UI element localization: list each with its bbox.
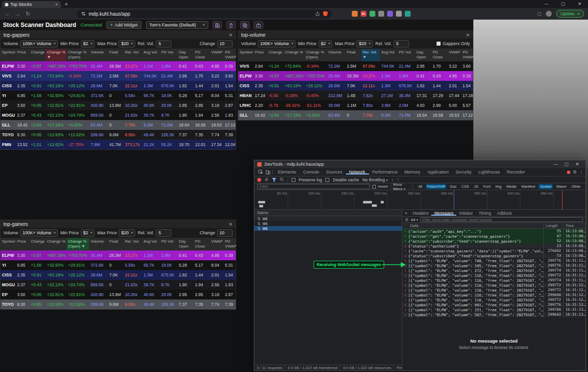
message-filter-input[interactable] xyxy=(420,217,583,222)
detail-tab-adblock[interactable]: Adblock xyxy=(494,211,514,216)
inspect-icon[interactable] xyxy=(258,170,263,174)
websocket-message-row[interactable]: ↓[{"symbol": "ELPW", "volume": 507, "fre… xyxy=(402,312,586,317)
devtools-tab-application[interactable]: Application xyxy=(424,170,452,174)
devtools-tab-elements[interactable]: Elements xyxy=(274,170,300,174)
table-row[interactable]: PMN13.52+1.51+12.62%-27.70%7.9M41.7M373.… xyxy=(0,140,236,149)
column-header[interactable]: Change % ▼ xyxy=(46,49,67,61)
filter-chip-fetch-xhr[interactable]: Fetch/XHR xyxy=(425,184,447,189)
extension-icon[interactable] xyxy=(396,11,402,17)
filter-volume-select[interactable]: 100K+ Volume▾ xyxy=(258,40,295,48)
table-row[interactable]: MOGU2.37+0.43+22.13%+24.74%859.5K021.63x… xyxy=(0,280,236,290)
throttling-select[interactable]: No throttling ▾ xyxy=(363,177,388,182)
table-row[interactable]: CISS2.35+0.91+63.19%+29.12%28.6M7.0K22.1… xyxy=(0,270,236,280)
column-header[interactable]: Day Open xyxy=(177,49,194,61)
back-icon[interactable]: ← xyxy=(4,11,11,17)
devtools-tab-sources[interactable]: Sources xyxy=(323,170,346,174)
table-row[interactable]: ELPW3.30+2.87+667.26%+703.70%25.4M28.3M2… xyxy=(0,250,236,260)
extension-icon[interactable] xyxy=(405,11,411,17)
gear-icon[interactable]: ⚙ xyxy=(573,170,577,174)
hamburger-menu-icon[interactable]: ≡ xyxy=(577,11,580,16)
panel-close-icon[interactable]: ✕ xyxy=(229,32,233,38)
websocket-message-row[interactable]: ↓[{"symbol": "ELPW", "volume": 110, "fre… xyxy=(402,293,586,298)
extension-icon[interactable] xyxy=(369,11,375,17)
websocket-message-row[interactable]: ↑{"action":"get","cache":"scannerstop_ga… xyxy=(402,234,586,239)
forward-icon[interactable]: → xyxy=(14,11,21,17)
tab-close-icon[interactable]: × xyxy=(55,2,58,7)
column-header[interactable]: PD Close xyxy=(194,49,210,61)
filter-max-price-select[interactable]: $20▾ xyxy=(119,229,135,237)
clear-log-icon[interactable]: ⊘ xyxy=(265,177,269,182)
devtools-close-button[interactable]: ✕ xyxy=(572,160,583,168)
table-row[interactable]: YI6.85+1.68+32.50%+29.81%372.6K05.58x66.… xyxy=(0,91,236,100)
column-header[interactable]: PD VWAP xyxy=(223,238,237,250)
detail-tab-headers[interactable]: Headers xyxy=(410,211,431,216)
filter-chip-doc[interactable]: Doc xyxy=(448,184,458,189)
invert-checkbox[interactable] xyxy=(372,185,376,189)
close-icon[interactable]: × xyxy=(402,211,410,216)
export-layout-button[interactable] xyxy=(254,21,263,29)
filter-chip-all[interactable]: All xyxy=(416,184,424,189)
table-row[interactable]: LRHC2.20-0.79-26.42%-51.11%30.0M1.1M7.80… xyxy=(238,100,473,110)
profile-avatar[interactable] xyxy=(546,11,552,17)
column-header[interactable]: Day Open xyxy=(177,238,194,250)
column-header[interactable]: Volume xyxy=(89,49,108,61)
column-header[interactable]: Symbol xyxy=(238,49,253,61)
filter-min-price-select[interactable]: $2▾ xyxy=(81,229,95,237)
table-row[interactable]: ELPW3.30+2.87+667.26%+703.70%25.4M28.3M2… xyxy=(0,61,236,71)
extension-icon[interactable] xyxy=(352,11,358,17)
filter-max-price-select[interactable]: $20▾ xyxy=(356,40,373,48)
tune-icon[interactable] xyxy=(81,11,86,16)
export-har-icon[interactable]: ↑ xyxy=(397,177,399,182)
filter-funnel-icon[interactable] xyxy=(272,178,276,182)
gappers-only-checkbox[interactable] xyxy=(437,42,441,46)
browser-tab[interactable]: Top Stocks × xyxy=(2,1,61,8)
update-button[interactable]: Update ≡ xyxy=(556,10,584,18)
search-icon[interactable] xyxy=(280,177,284,182)
filter-chip-socket[interactable]: Socket xyxy=(538,184,553,189)
column-header[interactable]: Symbol xyxy=(0,49,16,61)
devtools-titlebar[interactable]: DevTools - mdp.kuhl.haus/app — ▢ ✕ xyxy=(254,160,586,168)
column-header[interactable]: Change xyxy=(29,49,46,61)
request-row[interactable]: ⇅ws xyxy=(254,226,402,231)
websocket-message-row[interactable]: ↓[{"symbol": "ELPW", "volume": 110, "fre… xyxy=(402,288,586,293)
column-header[interactable]: Float xyxy=(345,49,361,61)
filter-rel-vol-input[interactable]: 5 xyxy=(156,229,172,237)
device-toolbar-icon[interactable] xyxy=(266,170,270,174)
filter-min-price-select[interactable]: $2▾ xyxy=(81,40,95,48)
brave-shield-icon[interactable] xyxy=(323,11,328,17)
column-header[interactable]: Volume xyxy=(89,238,108,250)
websocket-message-row[interactable]: ↓[{"symbol": "ELPW", "volume": 110, "fre… xyxy=(402,278,586,283)
filter-chip-font[interactable]: Font xyxy=(481,184,492,189)
column-header[interactable]: Price xyxy=(16,49,29,61)
websocket-message-row[interactable]: ↓[{"symbol": "ELPW", "volume": 110, "fre… xyxy=(402,283,586,288)
websocket-message-row[interactable]: ↓[{"symbol": "ELPW", "volume": 110, "fre… xyxy=(402,273,586,278)
websocket-message-row[interactable]: ↓[{"symbol": "ELPW", "volume": 110, "fre… xyxy=(402,298,586,302)
duplicate-layout-button[interactable] xyxy=(240,21,249,29)
table-row[interactable]: MOGU2.37+0.43+22.13%+24.74%859.5K021.63x… xyxy=(0,110,236,120)
column-header[interactable]: Change xyxy=(267,49,283,61)
devtools-tab-network[interactable]: Network xyxy=(346,170,369,174)
column-header[interactable]: Change % (Open) xyxy=(304,49,327,61)
save-layout-button[interactable] xyxy=(213,21,222,29)
websocket-message-row[interactable]: ↓[{"symbol": "ELPW", "volume": 991, "fre… xyxy=(402,302,586,307)
filter-chip-other[interactable]: Other xyxy=(569,184,583,189)
websocket-message-row[interactable]: ↓[{"symbol": "ELPW", "volume": 272, "fre… xyxy=(402,268,586,273)
address-bar[interactable]: mdp.kuhl.haus/app xyxy=(77,10,332,18)
devtools-maximize-button[interactable]: ▢ xyxy=(561,160,572,168)
column-header[interactable]: Volume xyxy=(327,49,345,61)
message-column-header[interactable]: Data xyxy=(408,223,543,229)
column-header[interactable]: PD VWAP xyxy=(223,49,237,61)
column-header[interactable]: Avg Vol xyxy=(142,238,160,250)
devtools-tab-memory[interactable]: Memory xyxy=(401,170,424,174)
message-direction-select[interactable]: All ▾ xyxy=(411,218,418,222)
disable-cache-checkbox[interactable] xyxy=(325,178,329,182)
websocket-message-row[interactable]: ↓{"cache":"scannerstop_gainers","data":[… xyxy=(402,248,586,253)
table-row[interactable]: EP3.50+0.65+22.81%+22.81%420.8K13.9M10.2… xyxy=(0,100,236,110)
clear-messages-icon[interactable]: ⊘ xyxy=(405,218,409,222)
table-row[interactable]: ELPW3.30+2.87+667.26%+703.70%25.4M28.3M2… xyxy=(238,71,473,81)
devtools-tab-security[interactable]: Security xyxy=(452,170,475,174)
error-badge[interactable] xyxy=(567,171,570,174)
browser-minimize-button[interactable]: — xyxy=(538,0,555,8)
column-header[interactable]: Avg Vol xyxy=(380,49,397,61)
column-header[interactable]: Change % xyxy=(283,49,304,61)
